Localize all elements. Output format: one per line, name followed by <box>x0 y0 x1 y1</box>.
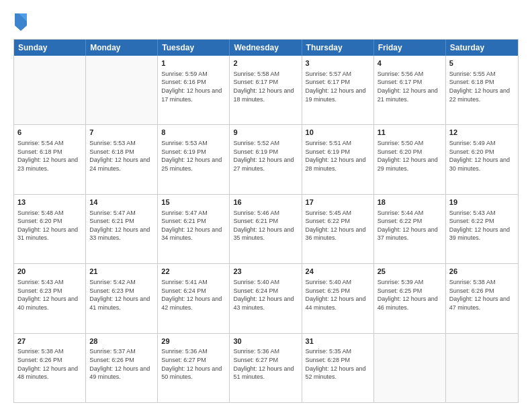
day-info: Sunrise: 5:51 AM Sunset: 6:19 PM Dayligh… <box>306 139 370 173</box>
day-info: Sunrise: 5:43 AM Sunset: 6:23 PM Dayligh… <box>17 278 82 312</box>
day-cell-7: 7Sunrise: 5:53 AM Sunset: 6:18 PM Daylig… <box>86 125 158 193</box>
day-info: Sunrise: 5:40 AM Sunset: 6:24 PM Dayligh… <box>233 278 298 312</box>
day-info: Sunrise: 5:38 AM Sunset: 6:26 PM Dayligh… <box>17 347 82 381</box>
day-number: 10 <box>306 128 370 138</box>
day-number: 26 <box>449 267 515 277</box>
day-number: 1 <box>161 58 226 68</box>
day-cell-27: 27Sunrise: 5:38 AM Sunset: 6:26 PM Dayli… <box>14 334 86 402</box>
day-number: 4 <box>378 58 442 68</box>
day-info: Sunrise: 5:54 AM Sunset: 6:18 PM Dayligh… <box>17 139 82 173</box>
week-row-4: 20Sunrise: 5:43 AM Sunset: 6:23 PM Dayli… <box>14 263 518 332</box>
day-cell-1: 1Sunrise: 5:59 AM Sunset: 6:16 PM Daylig… <box>158 56 230 124</box>
day-number: 9 <box>233 128 298 138</box>
day-number: 30 <box>233 336 298 347</box>
day-info: Sunrise: 5:55 AM Sunset: 6:18 PM Dayligh… <box>449 70 515 103</box>
day-number: 22 <box>161 267 226 277</box>
week-row-3: 13Sunrise: 5:48 AM Sunset: 6:20 PM Dayli… <box>14 194 518 263</box>
day-info: Sunrise: 5:49 AM Sunset: 6:20 PM Dayligh… <box>449 139 515 173</box>
day-cell-14: 14Sunrise: 5:47 AM Sunset: 6:21 PM Dayli… <box>86 195 158 263</box>
day-info: Sunrise: 5:59 AM Sunset: 6:16 PM Dayligh… <box>161 70 226 103</box>
day-number: 16 <box>233 197 298 208</box>
day-info: Sunrise: 5:37 AM Sunset: 6:26 PM Dayligh… <box>89 347 154 381</box>
day-cell-8: 8Sunrise: 5:53 AM Sunset: 6:19 PM Daylig… <box>158 125 230 193</box>
day-cell-21: 21Sunrise: 5:42 AM Sunset: 6:23 PM Dayli… <box>86 264 158 332</box>
day-cell-26: 26Sunrise: 5:38 AM Sunset: 6:26 PM Dayli… <box>446 264 518 332</box>
day-cell-23: 23Sunrise: 5:40 AM Sunset: 6:24 PM Dayli… <box>230 264 302 332</box>
day-cell-29: 29Sunrise: 5:36 AM Sunset: 6:27 PM Dayli… <box>158 334 230 402</box>
day-cell-18: 18Sunrise: 5:44 AM Sunset: 6:22 PM Dayli… <box>374 195 446 263</box>
header-day-tuesday: Tuesday <box>158 40 230 56</box>
day-cell-17: 17Sunrise: 5:45 AM Sunset: 6:22 PM Dayli… <box>302 195 374 263</box>
day-info: Sunrise: 5:39 AM Sunset: 6:25 PM Dayligh… <box>378 278 442 312</box>
day-number: 5 <box>449 58 515 68</box>
day-cell-31: 31Sunrise: 5:35 AM Sunset: 6:28 PM Dayli… <box>302 334 374 402</box>
logo <box>13 12 28 32</box>
empty-cell <box>374 334 446 402</box>
day-info: Sunrise: 5:45 AM Sunset: 6:22 PM Dayligh… <box>306 209 370 242</box>
day-cell-11: 11Sunrise: 5:50 AM Sunset: 6:20 PM Dayli… <box>374 125 446 193</box>
day-number: 29 <box>161 336 226 347</box>
header-day-saturday: Saturday <box>446 40 518 56</box>
day-number: 21 <box>89 267 154 277</box>
day-cell-3: 3Sunrise: 5:57 AM Sunset: 6:17 PM Daylig… <box>302 56 374 124</box>
day-number: 27 <box>17 336 82 347</box>
week-row-1: 1Sunrise: 5:59 AM Sunset: 6:16 PM Daylig… <box>14 56 518 124</box>
day-cell-4: 4Sunrise: 5:56 AM Sunset: 6:17 PM Daylig… <box>374 56 446 124</box>
day-cell-24: 24Sunrise: 5:40 AM Sunset: 6:25 PM Dayli… <box>302 264 374 332</box>
day-number: 25 <box>378 267 442 277</box>
day-info: Sunrise: 5:58 AM Sunset: 6:17 PM Dayligh… <box>233 70 298 103</box>
day-cell-6: 6Sunrise: 5:54 AM Sunset: 6:18 PM Daylig… <box>14 125 86 193</box>
day-number: 20 <box>17 267 82 277</box>
day-cell-13: 13Sunrise: 5:48 AM Sunset: 6:20 PM Dayli… <box>14 195 86 263</box>
header <box>13 12 519 32</box>
page: SundayMondayTuesdayWednesdayThursdayFrid… <box>0 0 532 411</box>
day-number: 13 <box>17 197 82 208</box>
day-cell-19: 19Sunrise: 5:43 AM Sunset: 6:22 PM Dayli… <box>446 195 518 263</box>
header-day-sunday: Sunday <box>14 40 86 56</box>
day-number: 2 <box>233 58 298 68</box>
day-number: 11 <box>378 128 442 138</box>
header-day-thursday: Thursday <box>302 40 374 56</box>
day-number: 23 <box>233 267 298 277</box>
day-cell-22: 22Sunrise: 5:41 AM Sunset: 6:24 PM Dayli… <box>158 264 230 332</box>
day-number: 3 <box>306 58 370 68</box>
day-info: Sunrise: 5:36 AM Sunset: 6:27 PM Dayligh… <box>233 347 298 381</box>
empty-cell <box>86 56 158 124</box>
week-row-2: 6Sunrise: 5:54 AM Sunset: 6:18 PM Daylig… <box>14 124 518 193</box>
day-number: 15 <box>161 197 226 208</box>
empty-cell <box>14 56 86 124</box>
day-cell-15: 15Sunrise: 5:47 AM Sunset: 6:21 PM Dayli… <box>158 195 230 263</box>
day-info: Sunrise: 5:47 AM Sunset: 6:21 PM Dayligh… <box>89 209 154 242</box>
day-info: Sunrise: 5:53 AM Sunset: 6:19 PM Dayligh… <box>161 139 226 173</box>
day-cell-10: 10Sunrise: 5:51 AM Sunset: 6:19 PM Dayli… <box>302 125 374 193</box>
day-info: Sunrise: 5:57 AM Sunset: 6:17 PM Dayligh… <box>306 70 370 103</box>
day-info: Sunrise: 5:38 AM Sunset: 6:26 PM Dayligh… <box>449 278 515 312</box>
calendar: SundayMondayTuesdayWednesdayThursdayFrid… <box>13 39 519 403</box>
day-number: 19 <box>449 197 515 208</box>
calendar-body: 1Sunrise: 5:59 AM Sunset: 6:16 PM Daylig… <box>14 56 518 402</box>
day-number: 17 <box>306 197 370 208</box>
day-number: 18 <box>378 197 442 208</box>
day-cell-9: 9Sunrise: 5:52 AM Sunset: 6:19 PM Daylig… <box>230 125 302 193</box>
day-number: 8 <box>161 128 226 138</box>
day-info: Sunrise: 5:40 AM Sunset: 6:25 PM Dayligh… <box>306 278 370 312</box>
day-number: 24 <box>306 267 370 277</box>
day-info: Sunrise: 5:56 AM Sunset: 6:17 PM Dayligh… <box>378 70 442 103</box>
day-info: Sunrise: 5:50 AM Sunset: 6:20 PM Dayligh… <box>378 139 442 173</box>
day-number: 12 <box>449 128 515 138</box>
day-cell-5: 5Sunrise: 5:55 AM Sunset: 6:18 PM Daylig… <box>446 56 518 124</box>
day-cell-25: 25Sunrise: 5:39 AM Sunset: 6:25 PM Dayli… <box>374 264 446 332</box>
day-number: 28 <box>89 336 154 347</box>
day-number: 6 <box>17 128 82 138</box>
day-info: Sunrise: 5:35 AM Sunset: 6:28 PM Dayligh… <box>306 347 370 381</box>
day-info: Sunrise: 5:36 AM Sunset: 6:27 PM Dayligh… <box>161 347 226 381</box>
header-day-wednesday: Wednesday <box>230 40 302 56</box>
empty-cell <box>446 334 518 402</box>
header-day-friday: Friday <box>374 40 446 56</box>
day-number: 31 <box>306 336 370 347</box>
header-day-monday: Monday <box>86 40 158 56</box>
day-info: Sunrise: 5:44 AM Sunset: 6:22 PM Dayligh… <box>378 209 442 242</box>
day-info: Sunrise: 5:48 AM Sunset: 6:20 PM Dayligh… <box>17 209 82 242</box>
day-info: Sunrise: 5:43 AM Sunset: 6:22 PM Dayligh… <box>449 209 515 242</box>
day-cell-12: 12Sunrise: 5:49 AM Sunset: 6:20 PM Dayli… <box>446 125 518 193</box>
